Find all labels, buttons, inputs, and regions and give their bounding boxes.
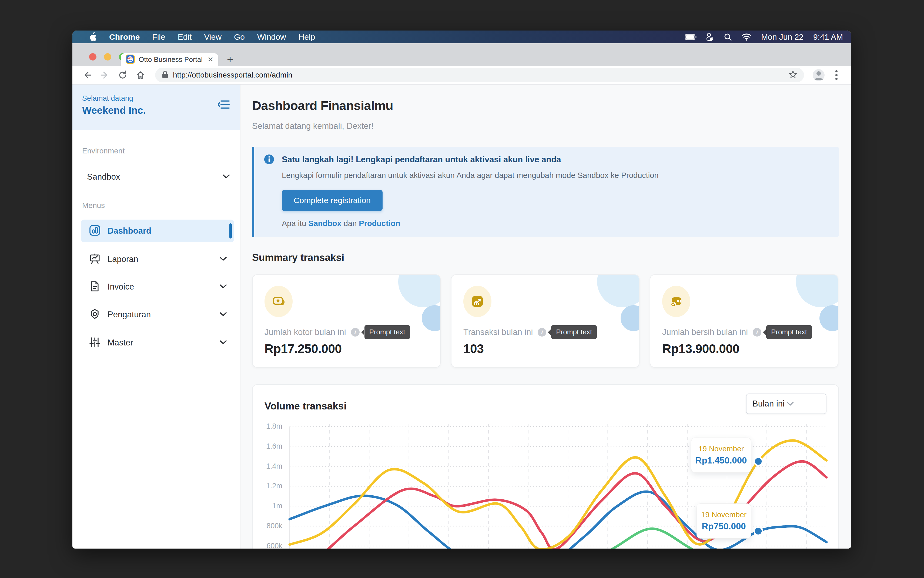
invoice-document-icon	[89, 281, 101, 293]
tab-close-icon[interactable]: ✕	[208, 55, 213, 64]
svg-text:OTTO: OTTO	[127, 57, 133, 59]
menubar-app-name[interactable]: Chrome	[109, 32, 140, 42]
sandbox-link[interactable]: Sandbox	[308, 219, 341, 228]
favicon: OTTO	[126, 55, 135, 65]
main-content: Dashboard Finansialmu Selamat datang kem…	[240, 84, 851, 549]
info-icon[interactable]: i	[538, 328, 546, 336]
menubar-item-view[interactable]: View	[204, 32, 221, 42]
summary-card-gross: Jumlah kotor bulan ini i Prompt text Rp1…	[252, 274, 441, 368]
info-icon[interactable]: i	[753, 328, 762, 336]
chevron-down-icon	[219, 257, 227, 262]
menubar-item-edit[interactable]: Edit	[178, 32, 192, 42]
page-title: Dashboard Finansialmu	[252, 98, 393, 113]
y-tick-label: 1.4m	[261, 462, 283, 471]
sidebar-item-label: Pengaturan	[107, 310, 212, 320]
url-bar[interactable]: http://ottobusinessportal.com/admin	[155, 68, 804, 82]
apple-icon[interactable]	[89, 32, 97, 42]
summary-card-transactions: Transaksi bulan ini i Prompt text 103	[451, 274, 640, 368]
wifi-icon[interactable]	[742, 33, 751, 41]
close-window-button[interactable]	[89, 53, 96, 60]
sliders-icon	[89, 336, 101, 349]
sidebar-welcome-label: Selamat datang	[82, 94, 240, 102]
decorative-circle	[819, 305, 838, 331]
chevron-down-icon	[219, 340, 227, 346]
url-text[interactable]: http://ottobusinessportal.com/admin	[173, 71, 784, 80]
home-icon[interactable]	[133, 70, 148, 80]
spotlight-search-icon[interactable]	[724, 33, 732, 41]
prompt-tooltip: Prompt text	[766, 325, 812, 339]
complete-registration-button[interactable]: Complete registration	[282, 190, 383, 211]
tooltip-date: 19 November	[698, 445, 744, 453]
decorative-circle	[597, 274, 640, 307]
summary-card-net: Jumlah bersih bulan ini i Prompt text Rp…	[650, 274, 838, 368]
reload-icon[interactable]	[115, 70, 130, 80]
y-tick-label: 1.6m	[261, 442, 283, 451]
decorative-circle	[796, 274, 838, 307]
info-icon[interactable]: i	[351, 328, 360, 336]
active-indicator	[229, 223, 232, 239]
new-tab-button[interactable]: +	[227, 55, 233, 64]
sidebar-item-laporan[interactable]: Laporan	[81, 248, 234, 271]
chart-tooltip: 19 November Rp1.450.000	[691, 438, 751, 472]
dashboard-icon	[89, 225, 101, 237]
card-label: Jumlah bersih bulan ini	[662, 327, 748, 337]
tab-title: Otto Business Portal	[139, 55, 204, 64]
battery-icon[interactable]	[685, 34, 697, 40]
menubar-item-file[interactable]: File	[152, 32, 165, 42]
control-center-icon[interactable]	[706, 33, 714, 41]
registration-banner: Satu langkah lagi! Lengkapi pendaftaran …	[252, 147, 839, 237]
y-tick-label: 800k	[261, 522, 283, 530]
bookmark-star-icon[interactable]	[788, 70, 797, 80]
volume-chart-card: Volume transaksi Bulan ini 1.8m 1.6m 1.4…	[252, 384, 839, 549]
card-value: Rp17.250.000	[265, 341, 342, 356]
info-icon	[264, 154, 274, 166]
period-filter-dropdown[interactable]: Bulan ini	[746, 393, 827, 414]
sidebar-item-invoice[interactable]: Invoice	[81, 276, 234, 298]
company-name: Weekend Inc.	[82, 105, 240, 116]
environment-section-label: Environment	[82, 147, 125, 155]
browser-toolbar: http://ottobusinessportal.com/admin	[72, 66, 851, 84]
tooltip-date: 19 November	[701, 510, 747, 519]
sidebar-item-label: Dashboard	[107, 226, 227, 236]
forward-icon[interactable]	[97, 70, 112, 80]
tooltip-amount: Rp750.000	[702, 521, 746, 531]
back-icon[interactable]	[80, 70, 94, 80]
page-subtitle: Selamat datang kembali, Dexter!	[252, 121, 373, 131]
sidebar-item-pengaturan[interactable]: Pengaturan	[81, 303, 234, 326]
footnote-text: dan	[341, 219, 359, 228]
chevron-down-icon	[786, 399, 820, 409]
decorative-circle	[398, 274, 441, 307]
menubar-item-window[interactable]: Window	[257, 32, 286, 42]
banknote-icon	[265, 286, 292, 317]
banner-title: Satu langkah lagi! Lengkapi pendaftaran …	[282, 155, 561, 164]
production-link[interactable]: Production	[359, 219, 400, 228]
sidebar-item-dashboard[interactable]: Dashboard	[81, 219, 234, 242]
summary-heading: Summary transaksi	[252, 252, 344, 263]
macos-menubar: Chrome File Edit View Go Window Help Mon…	[72, 31, 851, 43]
card-label: Transaksi bulan ini	[463, 327, 533, 337]
profile-avatar-icon[interactable]	[811, 69, 826, 81]
y-tick-label: 600k	[261, 542, 283, 549]
y-tick-label: 1m	[261, 502, 283, 510]
environment-selector[interactable]: Sandbox	[82, 169, 230, 185]
report-board-icon	[89, 253, 101, 266]
footnote-text: Apa itu	[282, 219, 308, 228]
browser-tab[interactable]: OTTO Otto Business Portal ✕	[121, 53, 218, 66]
sidebar-item-master[interactable]: Master	[81, 331, 234, 354]
period-filter-value: Bulan ini	[752, 399, 786, 409]
lock-icon[interactable]	[162, 70, 169, 80]
decorative-circle	[422, 305, 441, 331]
menubar-time[interactable]: 9:41 AM	[813, 32, 843, 42]
chevron-down-icon	[219, 284, 227, 290]
y-tick-label: 1.8m	[261, 422, 283, 430]
menubar-item-help[interactable]: Help	[299, 32, 315, 42]
browser-menu-icon[interactable]	[829, 69, 844, 81]
minimize-window-button[interactable]	[104, 53, 111, 60]
y-tick-label: 1.2m	[261, 482, 283, 490]
menubar-item-go[interactable]: Go	[234, 32, 245, 42]
sidebar-collapse-icon[interactable]	[218, 99, 230, 111]
card-label: Jumlah kotor bulan ini	[265, 327, 346, 337]
wallet-check-icon	[662, 286, 690, 317]
volume-heading: Volume transaksi	[265, 401, 347, 412]
menubar-date[interactable]: Mon Jun 22	[761, 32, 804, 42]
